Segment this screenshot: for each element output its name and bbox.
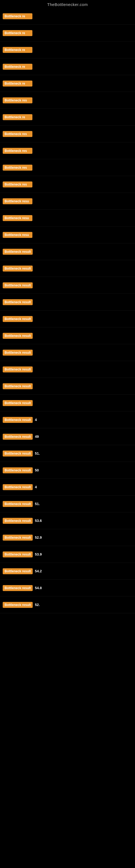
table-row: Bottleneck result53.6: [0, 513, 135, 529]
bottleneck-label: Bottleneck res: [3, 165, 32, 170]
bottleneck-label: Bottleneck result: [3, 568, 33, 574]
bottleneck-label: Bottleneck res: [3, 182, 32, 187]
table-row: Bottleneck result4: [0, 411, 135, 428]
bottleneck-label: Bottleneck re: [3, 47, 32, 53]
bottleneck-value: 53.6: [35, 519, 42, 523]
table-row: Bottleneck resu: [0, 193, 135, 210]
table-row: Bottleneck res: [0, 159, 135, 176]
table-row: Bottleneck result: [0, 361, 135, 378]
bottleneck-label: Bottleneck result: [3, 434, 33, 440]
table-row: Bottleneck result: [0, 260, 135, 277]
bottleneck-label: Bottleneck result: [3, 249, 33, 255]
bottleneck-label: Bottleneck re: [3, 64, 32, 70]
bottleneck-label: Bottleneck res: [3, 131, 32, 137]
table-row: Bottleneck result: [0, 395, 135, 411]
bottleneck-label: Bottleneck result: [3, 518, 33, 524]
bottleneck-value: 51.: [35, 502, 40, 506]
bottleneck-label: Bottleneck result: [3, 333, 33, 339]
bottleneck-label: Bottleneck result: [3, 299, 33, 305]
bottleneck-label: Bottleneck re: [3, 30, 32, 36]
bottleneck-label: Bottleneck result: [3, 266, 33, 272]
table-row: Bottleneck result54.8: [0, 580, 135, 596]
table-row: Bottleneck re: [0, 41, 135, 58]
bottleneck-label: Bottleneck re: [3, 114, 32, 120]
header: TheBottlenecker.com: [0, 0, 135, 8]
bottleneck-label: Bottleneck re: [3, 81, 32, 87]
table-row: Bottleneck result4: [0, 479, 135, 496]
table-row: Bottleneck result52.: [0, 596, 135, 613]
bottleneck-label: Bottleneck result: [3, 585, 33, 591]
bottleneck-value: 52.: [35, 603, 40, 607]
table-row: Bottleneck re: [0, 8, 135, 25]
table-row: Bottleneck result: [0, 378, 135, 395]
bottleneck-label: Bottleneck res: [3, 148, 32, 154]
site-title: TheBottlenecker.com: [0, 0, 135, 8]
bottleneck-label: Bottleneck result: [3, 451, 33, 457]
bottleneck-value: 50: [35, 468, 39, 472]
table-row: Bottleneck res: [0, 176, 135, 193]
bottleneck-value: 4: [35, 418, 37, 422]
bottleneck-value: 54.8: [35, 586, 42, 590]
bottleneck-label: Bottleneck resu: [3, 215, 32, 221]
bottleneck-label: Bottleneck result: [3, 417, 33, 423]
table-row: Bottleneck result52.9: [0, 529, 135, 546]
table-row: Bottleneck result50: [0, 462, 135, 479]
bottleneck-label: Bottleneck result: [3, 316, 33, 322]
bottleneck-label: Bottleneck result: [3, 602, 33, 608]
table-row: Bottleneck result51.: [0, 496, 135, 513]
table-row: Bottleneck result: [0, 311, 135, 328]
bottleneck-label: Bottleneck result: [3, 400, 33, 406]
table-row: Bottleneck resu: [0, 226, 135, 243]
bottleneck-label: Bottleneck result: [3, 467, 33, 473]
bottleneck-label: Bottleneck result: [3, 535, 33, 540]
bottleneck-value: 52.9: [35, 535, 42, 539]
table-row: Bottleneck result: [0, 243, 135, 260]
bottleneck-label: Bottleneck result: [3, 350, 33, 355]
table-row: Bottleneck result51.: [0, 445, 135, 462]
bottleneck-value: 49: [35, 435, 39, 439]
bottleneck-value: 51.: [35, 452, 40, 456]
table-row: Bottleneck res: [0, 126, 135, 143]
bottleneck-value: 53.9: [35, 552, 42, 556]
bottleneck-label: Bottleneck result: [3, 501, 33, 507]
table-row: Bottleneck result54.2: [0, 563, 135, 580]
table-row: Bottleneck re: [0, 75, 135, 92]
bottleneck-label: Bottleneck result: [3, 383, 33, 389]
table-row: Bottleneck res: [0, 143, 135, 159]
bottleneck-label: Bottleneck resu: [3, 232, 32, 238]
table-row: Bottleneck result53.9: [0, 546, 135, 563]
table-row: Bottleneck result: [0, 277, 135, 294]
bottleneck-label: Bottleneck result: [3, 282, 33, 288]
bottleneck-label: Bottleneck resu: [3, 198, 32, 204]
table-row: Bottleneck res: [0, 92, 135, 109]
bottleneck-value: 4: [35, 485, 37, 489]
table-row: Bottleneck result: [0, 328, 135, 344]
table-row: Bottleneck re: [0, 25, 135, 41]
bottleneck-label: Bottleneck result: [3, 367, 33, 372]
bottleneck-label: Bottleneck result: [3, 552, 33, 557]
table-row: Bottleneck re: [0, 109, 135, 126]
table-row: Bottleneck result: [0, 344, 135, 361]
table-row: Bottleneck result: [0, 294, 135, 311]
table-row: Bottleneck re: [0, 58, 135, 75]
bottleneck-label: Bottleneck result: [3, 484, 33, 490]
bottleneck-label: Bottleneck re: [3, 13, 32, 19]
table-row: Bottleneck resu: [0, 210, 135, 226]
bottleneck-label: Bottleneck res: [3, 97, 32, 103]
table-row: Bottleneck result49: [0, 428, 135, 445]
bottleneck-value: 54.2: [35, 569, 42, 573]
